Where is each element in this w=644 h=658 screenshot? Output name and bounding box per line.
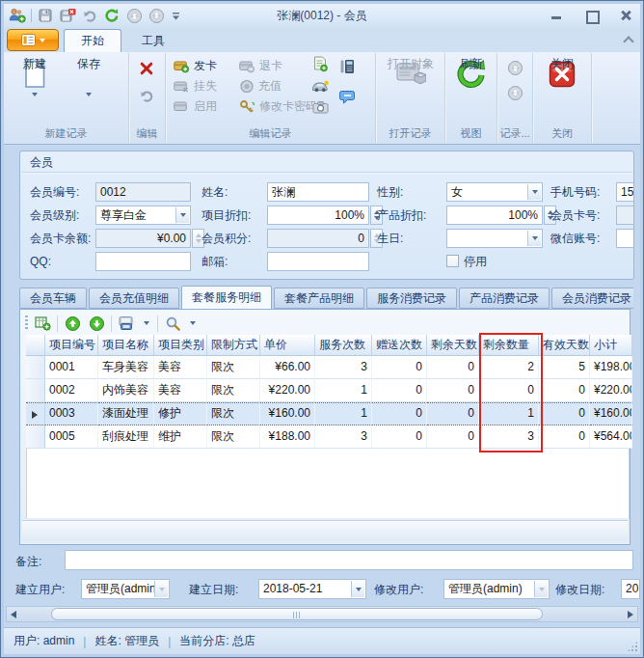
detail-tab-5[interactable]: 产品消费记录: [459, 288, 550, 309]
application-menu-button[interactable]: [7, 29, 59, 51]
member-no-field[interactable]: 0012: [95, 182, 191, 202]
created-by-select[interactable]: 管理员(admin): [81, 579, 170, 599]
report-loss-button[interactable]: 挂失: [174, 77, 217, 96]
grid-cell[interactable]: 漆面处理: [98, 402, 154, 425]
row-indicator-selected[interactable]: [26, 402, 45, 425]
open-object-button[interactable]: 打开对象: [386, 56, 436, 120]
close-form-button[interactable]: 关闭: [537, 56, 587, 120]
grid-cell[interactable]: 美容: [154, 379, 207, 402]
record-up-button-qat[interactable]: [124, 6, 144, 25]
grid-cell[interactable]: ¥564.00: [590, 425, 632, 449]
grid-column-header-4[interactable]: 单价: [260, 335, 315, 356]
grid-cell[interactable]: 0: [539, 402, 590, 425]
row-indicator[interactable]: [26, 425, 45, 449]
grid-cell[interactable]: 美容: [154, 356, 207, 379]
gender-select[interactable]: 女: [446, 182, 543, 202]
grid-column-header-6[interactable]: 赠送次数: [372, 335, 427, 356]
grid-cell[interactable]: 刮痕处理: [98, 425, 154, 449]
issue-card-button[interactable]: 发卡: [174, 57, 217, 75]
detail-tab-6[interactable]: 会员消费记录: [551, 288, 633, 309]
grid-cell[interactable]: 限次: [207, 356, 260, 379]
grid-cell[interactable]: 限次: [207, 425, 260, 449]
grid-cell[interactable]: 0: [372, 356, 427, 379]
grid-cell[interactable]: 5: [539, 356, 590, 379]
remarks-field[interactable]: [65, 550, 633, 570]
horizontal-scrollbar[interactable]: [6, 606, 638, 622]
grid-cell[interactable]: 1: [315, 379, 372, 402]
close-window-button[interactable]: [619, 9, 632, 22]
grid-cell[interactable]: ¥66.00: [260, 356, 315, 379]
member-vehicle-button[interactable]: [310, 76, 330, 95]
member-phone-button[interactable]: [337, 57, 357, 75]
grid-cell[interactable]: ¥160.00: [260, 402, 315, 425]
grid-cell[interactable]: 0: [427, 379, 479, 402]
ribbon-tab-tools[interactable]: 工具: [125, 30, 181, 52]
delete-button[interactable]: [137, 59, 156, 77]
grid-column-header-10[interactable]: 小计: [590, 335, 632, 356]
grid-cell[interactable]: 0: [427, 356, 479, 379]
grid-cell[interactable]: 限次: [207, 402, 260, 425]
grid-column-header-1[interactable]: 项目名称: [98, 335, 154, 356]
name-field[interactable]: 张澜: [267, 182, 369, 202]
export-button[interactable]: [117, 314, 136, 333]
product-discount-field[interactable]: 100%: [446, 206, 543, 225]
grid-cell[interactable]: 1: [479, 402, 539, 425]
grid-cell[interactable]: ¥160.00: [590, 402, 632, 425]
return-card-button[interactable]: 退卡: [239, 57, 282, 75]
export-dropdown-button[interactable]: [141, 314, 152, 333]
minimize-button[interactable]: [550, 9, 563, 22]
level-dropdown-icon[interactable]: [175, 207, 189, 223]
new-button[interactable]: 新建: [10, 56, 60, 120]
detail-tab-3[interactable]: 套餐产品明细: [274, 288, 364, 309]
grid-cell[interactable]: 0: [372, 379, 427, 402]
grid-cell[interactable]: ¥220.00: [590, 379, 632, 402]
grid-cell[interactable]: 3: [479, 425, 539, 449]
gender-dropdown-icon[interactable]: [527, 184, 541, 200]
balance-field[interactable]: ¥0.00: [95, 229, 191, 248]
grid-column-header-0[interactable]: 项目编号: [45, 335, 98, 356]
resize-grip-icon[interactable]: [628, 642, 637, 651]
restore-button[interactable]: [584, 9, 598, 22]
grid-column-header-8[interactable]: 剩余数量: [479, 335, 539, 356]
recharge-button[interactable]: 充值: [239, 77, 282, 96]
undo-button[interactable]: [137, 86, 156, 104]
grid-column-header-3[interactable]: 限制方式: [207, 335, 260, 356]
grid-cell[interactable]: 车身美容: [98, 356, 154, 379]
grid-cell[interactable]: 3: [315, 356, 372, 379]
item-discount-field[interactable]: 100%: [267, 206, 369, 225]
scroll-right-icon[interactable]: [628, 611, 633, 618]
next-record-button[interactable]: [505, 84, 524, 102]
grid-row-2[interactable]: 0003漆面处理修护限次¥160.0010010¥160.00: [26, 402, 632, 425]
move-down-button[interactable]: [87, 314, 106, 333]
birthday-select[interactable]: [446, 229, 543, 248]
add-member-button[interactable]: [8, 6, 27, 25]
grid-cell[interactable]: 限次: [207, 379, 260, 402]
ribbon-collapse-icon[interactable]: [625, 36, 632, 43]
grid-cell[interactable]: 3: [315, 425, 372, 449]
grid-column-header-2[interactable]: 项目类别: [154, 335, 207, 356]
grid-column-header-7[interactable]: 剩余天数: [427, 335, 479, 356]
grid-column-header-9[interactable]: 有效天数: [539, 335, 590, 356]
detail-tab-2[interactable]: 套餐服务明细: [181, 286, 272, 309]
grid-cell[interactable]: 0: [372, 425, 427, 449]
ribbon-tab-start[interactable]: 开始: [64, 29, 121, 52]
level-select[interactable]: 尊享白金: [95, 206, 191, 225]
member-doc-button[interactable]: [310, 55, 330, 73]
grid-row-3[interactable]: 0005刮痕处理维护限次¥188.0030030¥564.00: [26, 425, 632, 449]
modified-date-field[interactable]: 20: [621, 579, 640, 599]
member-message-button[interactable]: [337, 88, 357, 106]
points-field[interactable]: 0: [267, 229, 369, 248]
grid-cell[interactable]: 维护: [154, 425, 207, 449]
row-indicator[interactable]: [26, 379, 45, 402]
birthday-dropdown-icon[interactable]: [527, 231, 541, 246]
grid-cell[interactable]: 0: [372, 402, 427, 425]
grid-cell[interactable]: ¥188.00: [260, 425, 315, 449]
scrollbar-thumb[interactable]: [51, 608, 543, 620]
search-button[interactable]: [163, 314, 182, 333]
grid-column-header-5[interactable]: 服务次数: [315, 335, 372, 356]
email-field[interactable]: [267, 252, 369, 271]
grid-cell[interactable]: 0: [479, 379, 539, 402]
grid-cell[interactable]: ¥220.00: [260, 379, 315, 402]
grid-cell[interactable]: 1: [315, 402, 372, 425]
undo-button-qat[interactable]: [80, 6, 99, 25]
